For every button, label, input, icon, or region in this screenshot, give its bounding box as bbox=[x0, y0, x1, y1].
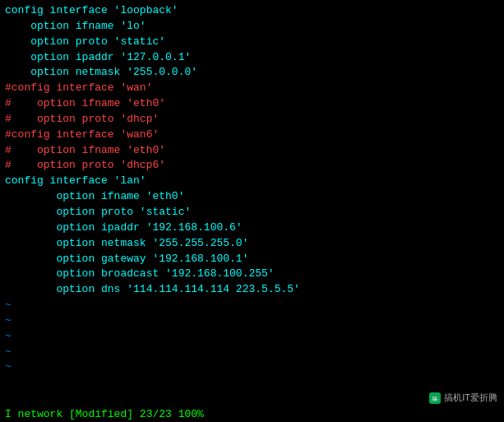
terminal-line: config interface 'lan' bbox=[5, 174, 499, 189]
terminal-line: option netmask '255.255.255.0' bbox=[5, 236, 499, 252]
terminal-line: option netmask '255.0.0.0' bbox=[5, 65, 499, 81]
svg-point-0 bbox=[432, 396, 434, 398]
watermark-text: 搞机IT爱折腾 bbox=[444, 392, 497, 404]
terminal-line: option ipaddr '127.0.0.1' bbox=[5, 50, 499, 66]
terminal-line: ~ bbox=[5, 345, 499, 360]
terminal-line: #config interface 'wan' bbox=[5, 81, 499, 96]
terminal-line: option broadcast '192.168.100.255' bbox=[5, 267, 499, 282]
terminal-content: config interface 'loopback' option ifnam… bbox=[5, 3, 499, 375]
terminal-line: option proto 'static' bbox=[5, 205, 499, 220]
terminal-line: # option proto 'dhcp6' bbox=[5, 158, 499, 174]
terminal-line: config interface 'loopback' bbox=[5, 3, 499, 19]
terminal-line: #config interface 'wan6' bbox=[5, 128, 499, 143]
terminal-line: # option ifname 'eth0' bbox=[5, 96, 499, 112]
terminal-window: config interface 'loopback' option ifnam… bbox=[0, 0, 504, 422]
terminal-line: # option ifname 'eth0' bbox=[5, 143, 499, 159]
status-text: I network [Modified] 23/23 100% bbox=[5, 408, 204, 420]
svg-point-1 bbox=[435, 396, 437, 398]
terminal-line: ~ bbox=[5, 329, 499, 345]
terminal-line: ~ bbox=[5, 313, 499, 329]
terminal-line: option ifname 'lo' bbox=[5, 19, 499, 35]
watermark: 搞机IT爱折腾 bbox=[429, 392, 497, 404]
terminal-line: option gateway '192.168.100.1' bbox=[5, 252, 499, 267]
wechat-icon bbox=[429, 392, 441, 404]
terminal-line: option dns '114.114.114.114 223.5.5.5' bbox=[5, 282, 499, 298]
terminal-line: option ipaddr '192.168.100.6' bbox=[5, 220, 499, 236]
status-bar: I network [Modified] 23/23 100% bbox=[0, 406, 504, 422]
terminal-line: option ifname 'eth0' bbox=[5, 189, 499, 205]
terminal-line: option proto 'static' bbox=[5, 35, 499, 50]
terminal-line: # option proto 'dhcp' bbox=[5, 112, 499, 128]
terminal-line: ~ bbox=[5, 359, 499, 375]
terminal-line: ~ bbox=[5, 298, 499, 313]
